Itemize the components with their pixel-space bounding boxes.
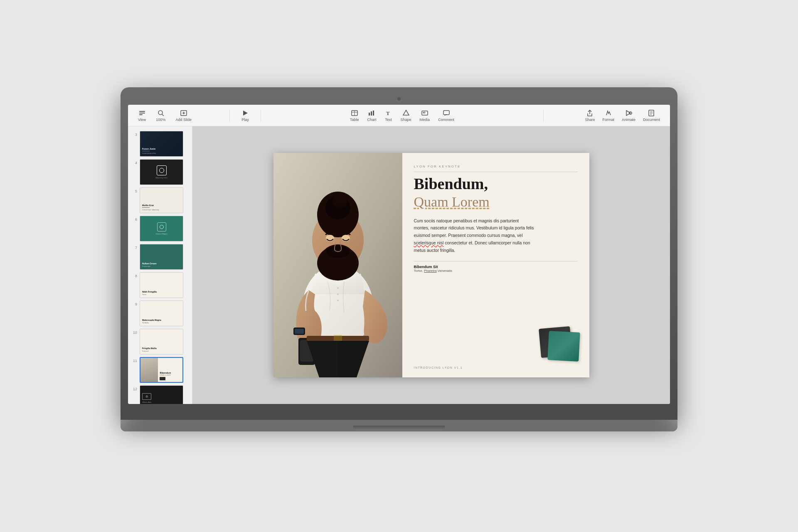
author-subtitle-prefix: Tortor,	[414, 269, 424, 273]
svg-rect-43	[334, 335, 342, 342]
slide-number-4: 4	[131, 159, 137, 165]
svg-rect-12	[369, 113, 370, 116]
svg-marker-19	[424, 111, 426, 114]
slide-item-7[interactable]: 7 Nullam Ornare Fermentum	[128, 243, 192, 271]
svg-point-3	[158, 111, 163, 115]
slide-thumb-9[interactable]: Malensuada Magna Sit Mollis	[140, 300, 183, 326]
zoom-label: 100%	[156, 118, 165, 122]
laptop-notch	[353, 426, 445, 431]
view-button[interactable]: View	[135, 108, 149, 123]
toolbar-right: Share Format Animate	[547, 108, 663, 123]
laptop-camera	[397, 97, 401, 101]
chart-label: Chart	[367, 118, 376, 122]
slide-item-3[interactable]: 3 Fusce Justo Lorem ipsum dolor	[128, 130, 192, 158]
media-icon	[421, 109, 429, 117]
slide-item-10[interactable]: 10 Fringilla Mollis Euismod	[128, 328, 192, 356]
slide-thumb-8[interactable]: Nibh Fringilla Tortor	[140, 272, 183, 298]
slide-item-11[interactable]: 11 Bibendum Quam Lorem	[128, 356, 192, 384]
slide-thumb-11[interactable]: Bibendum Quam Lorem	[140, 357, 183, 383]
format-button[interactable]: Format	[599, 108, 618, 123]
chart-button[interactable]: Chart	[364, 108, 379, 123]
toolbar-divider-2	[261, 109, 261, 122]
media-button[interactable]: Media	[416, 108, 433, 123]
slide-logo-tag: LYON FOR KEYNOTE	[414, 165, 578, 172]
toolbar: View 100%	[128, 105, 670, 126]
svg-point-34	[336, 193, 346, 202]
table-label: Table	[350, 118, 359, 122]
svg-point-46	[337, 287, 339, 289]
slide-item-5[interactable]: 5 Mollis Erat Consectetur adipiscing	[128, 186, 192, 214]
slide-item-9[interactable]: 9 Malensuada Magna Sit Mollis	[128, 299, 192, 328]
add-slide-label: Add Slide	[175, 118, 192, 122]
text-label: Text	[385, 118, 392, 122]
table-icon	[351, 109, 358, 117]
slide-bottom-tag: INTRODUCING LYON v1.1	[414, 366, 463, 369]
person-figure-svg	[273, 153, 402, 377]
slide-thumb-12[interactable]: ⟰ Ultrices Ante	[140, 385, 183, 404]
slide-number-7: 7	[131, 244, 137, 250]
slide-item-4[interactable]: 4 Adipiscing tellus	[128, 158, 192, 186]
svg-rect-20	[443, 111, 449, 115]
play-icon	[241, 109, 249, 117]
svg-rect-41	[295, 329, 304, 334]
slide-item-8[interactable]: 8 Nibh Fringilla Tortor	[128, 271, 192, 299]
table-button[interactable]: Table	[347, 108, 362, 123]
svg-line-4	[162, 114, 164, 116]
slide-author-subtitle: Tortor, Pharetra Venenatis	[414, 269, 578, 273]
share-button[interactable]: Share	[581, 108, 598, 123]
view-icon	[138, 109, 146, 117]
svg-rect-13	[371, 111, 372, 116]
toolbar-divider-1	[229, 109, 230, 122]
text-icon: T	[384, 109, 392, 117]
main-area: 3 Fusce Justo Lorem ipsum dolor 4	[128, 126, 670, 404]
laptop-bezel-top	[128, 95, 670, 103]
slide-item-6[interactable]: 6 Vivamus Magna	[128, 214, 192, 243]
toolbar-left: View 100%	[135, 108, 226, 123]
slide-number-8: 8	[131, 272, 137, 278]
laptop-wrapper: View 100%	[121, 87, 677, 445]
slide-body-text: Cum sociis natoque penatibus et magnis d…	[414, 217, 534, 254]
comment-button[interactable]: Comment	[435, 108, 458, 123]
zoom-button[interactable]: 100%	[153, 108, 169, 123]
document-icon	[648, 109, 655, 117]
animate-button[interactable]: Animate	[618, 108, 639, 123]
animate-icon	[625, 109, 632, 117]
slide-thumb-6[interactable]: Vivamus Magna	[140, 216, 183, 241]
highlight-text: scelerisque nisl	[414, 240, 444, 245]
slide-item-12[interactable]: 12 ⟰ Ultrices Ante	[128, 384, 192, 404]
laptop-screen: View 100%	[128, 105, 670, 404]
slide-thumb-4[interactable]: Adipiscing tellus	[140, 159, 183, 185]
comment-icon	[443, 109, 450, 117]
svg-point-47	[337, 293, 339, 295]
document-button[interactable]: Document	[640, 108, 663, 123]
format-icon	[605, 109, 612, 117]
laptop-base	[121, 420, 677, 431]
play-button[interactable]: Play	[238, 108, 252, 123]
svg-rect-14	[373, 111, 374, 116]
text-button[interactable]: T Text	[381, 108, 395, 123]
share-label: Share	[585, 118, 595, 122]
body-text-before-highlight: Cum sociis natoque penatibus et magnis d…	[414, 218, 534, 238]
play-label: Play	[241, 118, 249, 122]
slide-title-main: Bibendum,	[414, 175, 578, 193]
slide-photo-left	[273, 153, 402, 377]
slide-panel[interactable]: 3 Fusce Justo Lorem ipsum dolor 4	[128, 126, 192, 404]
slide-number-6: 6	[131, 216, 137, 222]
author-subtitle-link: Pharetra	[424, 269, 437, 273]
slide-thumb-5[interactable]: Mollis Erat Consectetur adipiscing	[140, 187, 183, 213]
slide-thumb-10[interactable]: Fringilla Mollis Euismod	[140, 329, 183, 355]
format-label: Format	[602, 118, 614, 122]
slide-thumb-7[interactable]: Nullam Ornare Fermentum	[140, 244, 183, 270]
shape-button[interactable]: Shape	[397, 108, 414, 123]
slide-number-11: 11	[131, 357, 137, 363]
animate-label: Animate	[622, 118, 635, 122]
svg-rect-2	[139, 114, 143, 115]
swatch-teal	[547, 331, 580, 362]
svg-marker-8	[243, 111, 248, 116]
canvas-area: LYON FOR KEYNOTE Bibendum, Quam Lorem Cu…	[192, 126, 670, 404]
slide-canvas: LYON FOR KEYNOTE Bibendum, Quam Lorem Cu…	[273, 153, 589, 377]
slide-thumb-3[interactable]: Fusce Justo Lorem ipsum dolor	[140, 131, 183, 157]
shape-label: Shape	[400, 118, 411, 122]
slide-author-name: Bibendum Sit	[414, 265, 578, 269]
add-slide-button[interactable]: Add Slide	[172, 108, 195, 123]
